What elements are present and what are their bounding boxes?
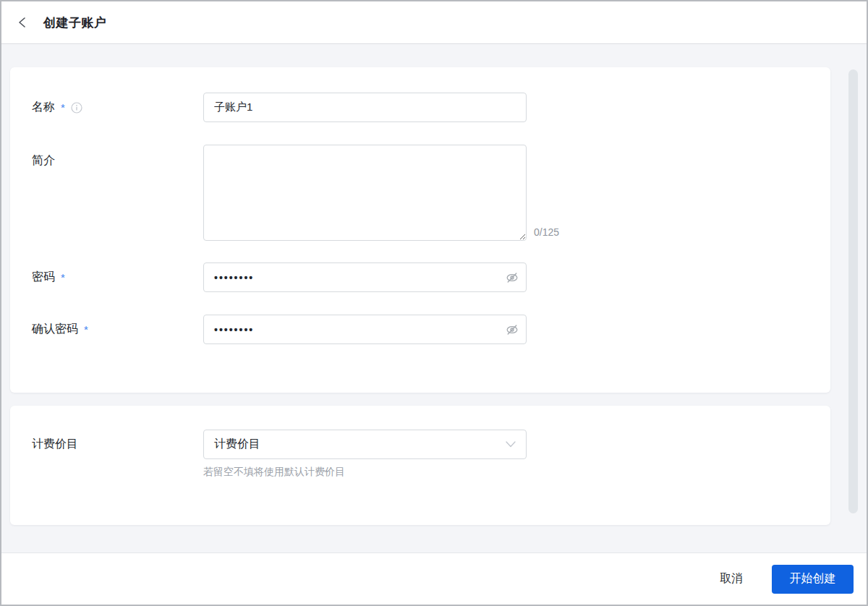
create-subaccount-page: 创建子账户 名称 * xyxy=(0,0,868,606)
billing-field: 计费价目 若留空不填将使用默认计费价目 xyxy=(203,430,527,479)
page-title: 创建子账户 xyxy=(43,14,107,31)
name-field xyxy=(203,93,527,122)
page-header: 创建子账户 xyxy=(1,1,867,44)
billing-label: 计费价目 xyxy=(32,437,78,452)
confirm-password-label-group: 确认密码 * xyxy=(32,322,203,337)
confirm-password-input-wrap xyxy=(203,315,527,344)
form-row-confirm-password: 确认密码 * xyxy=(32,315,809,344)
submit-create-button[interactable]: 开始创建 xyxy=(772,565,854,594)
toggle-confirm-password-visibility-button[interactable] xyxy=(505,323,519,337)
name-label: 名称 xyxy=(32,100,55,115)
intro-textarea[interactable] xyxy=(203,145,527,241)
content-area: 名称 * 简介 xyxy=(1,44,867,552)
password-label: 密码 xyxy=(32,270,55,285)
confirm-password-label: 确认密码 xyxy=(32,322,78,337)
name-label-group: 名称 * xyxy=(32,100,203,115)
password-input-wrap xyxy=(203,263,527,292)
intro-label: 简介 xyxy=(32,153,55,168)
footer-action-bar: 取消 开始创建 xyxy=(1,552,867,605)
info-icon[interactable] xyxy=(71,102,82,114)
required-asterisk: * xyxy=(61,271,65,283)
confirm-password-field xyxy=(203,315,527,344)
vertical-scrollbar-thumb[interactable] xyxy=(848,69,858,513)
char-counter: 0/125 xyxy=(534,226,559,238)
toggle-password-visibility-button[interactable] xyxy=(505,270,519,285)
billing-select[interactable]: 计费价目 xyxy=(203,430,527,459)
billing-card: 计费价目 计费价目 若留空不填将使用默认计费价目 xyxy=(10,406,830,525)
eye-slash-icon xyxy=(505,323,519,337)
back-button[interactable] xyxy=(17,14,35,31)
eye-slash-icon xyxy=(505,270,519,285)
billing-select-value: 计费价目 xyxy=(214,437,260,452)
form-row-intro: 简介 0/125 xyxy=(32,145,809,241)
form-row-password: 密码 * xyxy=(32,263,809,292)
form-row-billing: 计费价目 计费价目 若留空不填将使用默认计费价目 xyxy=(32,430,809,479)
confirm-password-input[interactable] xyxy=(203,315,527,344)
chevron-down-icon xyxy=(506,441,516,448)
required-asterisk: * xyxy=(84,323,88,336)
billing-hint: 若留空不填将使用默认计费价目 xyxy=(203,466,527,479)
form-row-name: 名称 * xyxy=(32,93,809,122)
account-info-card: 名称 * 简介 xyxy=(10,67,830,393)
intro-label-group: 简介 xyxy=(32,145,203,168)
required-asterisk: * xyxy=(61,101,65,114)
billing-label-group: 计费价目 xyxy=(32,430,203,452)
password-input[interactable] xyxy=(203,263,527,292)
cancel-button[interactable]: 取消 xyxy=(718,566,744,592)
name-input[interactable] xyxy=(203,93,527,122)
back-chevron-icon xyxy=(17,17,27,28)
password-label-group: 密码 * xyxy=(32,270,203,285)
password-field xyxy=(203,263,527,292)
intro-field: 0/125 xyxy=(203,145,559,241)
